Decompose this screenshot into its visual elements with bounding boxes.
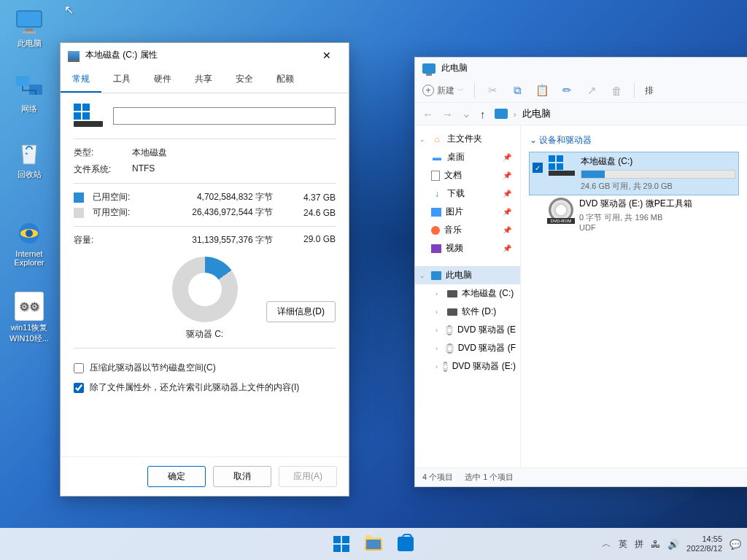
- network-icon: [15, 73, 44, 102]
- tree-music[interactable]: 音乐📌: [415, 221, 520, 239]
- network-tray-icon[interactable]: 🖧: [651, 539, 660, 550]
- pc-icon: [422, 63, 436, 74]
- monitor-icon: [15, 7, 44, 36]
- svg-rect-3: [16, 76, 29, 86]
- drive-name-input[interactable]: [113, 107, 336, 125]
- desktop-icon-label: 回收站: [7, 169, 51, 180]
- tree-pictures[interactable]: 图片📌: [415, 203, 520, 221]
- up-button[interactable]: ↑: [480, 108, 486, 120]
- drive-item-dvd[interactable]: DVD 驱动器 (E:) 微PE工具箱 0 字节 可用, 共 196 MB UD…: [530, 195, 738, 235]
- tree-dvd-e2[interactable]: ›DVD 驱动器 (E:): [415, 357, 520, 376]
- tree-desktop[interactable]: ▬桌面📌: [415, 148, 520, 166]
- explorer-titlebar[interactable]: 此电脑: [415, 58, 747, 79]
- desktop-icon-ie[interactable]: Internet Explorer: [7, 219, 51, 267]
- desktop-icon-label: win11恢复: [7, 322, 51, 333]
- tree-videos[interactable]: 视频📌: [415, 239, 520, 257]
- drive-c-icon: [549, 155, 575, 177]
- back-button[interactable]: ←: [422, 108, 433, 120]
- svg-rect-1: [26, 28, 33, 31]
- start-button[interactable]: [328, 531, 355, 557]
- drive-c-label: 驱动器 C:: [74, 328, 336, 341]
- tree-d-drive[interactable]: ›软件 (D:): [415, 303, 520, 321]
- paste-icon[interactable]: 📋: [535, 83, 549, 98]
- compress-option[interactable]: 压缩此驱动器以节约磁盘空间(C): [74, 362, 336, 374]
- notifications-icon[interactable]: 💬: [729, 539, 741, 550]
- tab-quota[interactable]: 配额: [265, 67, 306, 93]
- type-value: 本地磁盘: [132, 147, 336, 159]
- button-row: 确定 取消 应用(A): [61, 456, 349, 496]
- separator: [634, 83, 635, 98]
- breadcrumb[interactable]: › 此电脑: [495, 107, 551, 120]
- ime-indicator[interactable]: 英: [619, 538, 627, 551]
- tree-c-drive[interactable]: ›本地磁盘 (C:): [415, 284, 520, 303]
- tab-hardware[interactable]: 硬件: [142, 67, 183, 93]
- tree-dvd-e[interactable]: ›DVD 驱动器 (E: [415, 321, 520, 339]
- divider: [74, 139, 336, 139]
- taskbar-store[interactable]: [392, 531, 419, 557]
- toolbar: + 新建 ﹀ ✂ ⧉ 📋 ✏ ↗ 🗑 排: [415, 79, 747, 103]
- nav-tree: ⌄⌂主文件夹 ▬桌面📌 文档📌 ↓下载📌 图片📌 音乐📌 视频📌 ⌄此电脑 ›本…: [415, 125, 521, 467]
- index-option[interactable]: 除了文件属性外，还允许索引此驱动器上文件的内容(I): [74, 381, 336, 394]
- desktop-icon-recycle[interactable]: 回收站: [7, 139, 51, 180]
- desktop-icon-file[interactable]: ⚙⚙ win11恢复 WIN10经...: [7, 292, 51, 344]
- drive-name: 本地磁盘 (C:): [581, 155, 735, 168]
- titlebar[interactable]: 本地磁盘 (C:) 属性 ✕: [61, 43, 349, 67]
- fs-label: 文件系统:: [74, 163, 125, 176]
- tree-thispc[interactable]: ⌄此电脑: [415, 266, 520, 284]
- drive-meta: 24.6 GB 可用, 共 29.0 GB: [581, 181, 735, 192]
- drive-meta: UDF: [579, 223, 735, 232]
- tree-dvd-f[interactable]: ›DVD 驱动器 (F: [415, 339, 520, 357]
- separator: [474, 83, 475, 98]
- apply-button[interactable]: 应用(A): [279, 466, 337, 487]
- pin-icon: 📌: [503, 226, 516, 234]
- usage-donut: [172, 257, 238, 322]
- pin-icon: 📌: [503, 190, 516, 198]
- explorer-title: 此电脑: [441, 62, 468, 74]
- folder-icon: [365, 537, 382, 551]
- pin-icon: 📌: [503, 244, 516, 252]
- ok-button[interactable]: 确定: [147, 466, 206, 487]
- section-devices[interactable]: ⌄ 设备和驱动器: [530, 131, 738, 152]
- pc-icon: [495, 109, 508, 119]
- svg-point-6: [26, 230, 33, 237]
- tree-home[interactable]: ⌄⌂主文件夹: [415, 130, 520, 148]
- free-swatch: [74, 208, 84, 218]
- rename-icon[interactable]: ✏: [560, 83, 574, 98]
- tree-documents[interactable]: 文档📌: [415, 166, 520, 184]
- close-button[interactable]: ✕: [312, 50, 341, 61]
- copy-icon[interactable]: ⧉: [510, 83, 525, 98]
- recent-button[interactable]: ⌄: [462, 107, 471, 120]
- forward-button[interactable]: →: [442, 108, 453, 120]
- tab-sharing[interactable]: 共享: [183, 67, 224, 93]
- taskbar-explorer[interactable]: [360, 531, 387, 557]
- delete-icon[interactable]: 🗑: [609, 83, 624, 98]
- sort-button[interactable]: 排: [645, 85, 654, 97]
- properties-dialog: 本地磁盘 (C:) 属性 ✕ 常规 工具 硬件 共享 安全 配额 类型: 本地磁…: [60, 42, 349, 497]
- share-icon[interactable]: ↗: [584, 83, 599, 98]
- tab-general[interactable]: 常规: [61, 67, 101, 93]
- cut-icon[interactable]: ✂: [485, 83, 500, 98]
- pin-icon: 📌: [503, 153, 516, 161]
- dvd-icon: [549, 198, 573, 222]
- time: 14:55: [686, 534, 722, 544]
- tree-downloads[interactable]: ↓下载📌: [415, 184, 520, 203]
- tab-tools[interactable]: 工具: [101, 67, 142, 93]
- tab-security[interactable]: 安全: [224, 67, 265, 93]
- cancel-button[interactable]: 取消: [213, 466, 271, 487]
- compress-checkbox[interactable]: [74, 363, 84, 373]
- index-checkbox[interactable]: [74, 383, 84, 393]
- ime-mode[interactable]: 拼: [635, 538, 643, 551]
- volume-tray-icon[interactable]: 🔊: [667, 539, 679, 550]
- drive-item-c[interactable]: ✓ 本地磁盘 (C:) 24.6 GB 可用, 共 29.0 GB: [530, 152, 738, 195]
- tray-chevron-icon[interactable]: ︿: [602, 537, 611, 551]
- details-button[interactable]: 详细信息(D): [266, 301, 336, 322]
- clock[interactable]: 14:55 2022/8/12: [686, 534, 722, 553]
- usage-bar: [581, 170, 735, 179]
- new-button[interactable]: + 新建 ﹀: [422, 85, 464, 97]
- item-count: 4 个项目: [422, 472, 453, 483]
- system-tray: ︿ 英 拼 🖧 🔊 14:55 2022/8/12 💬: [602, 534, 741, 553]
- desktop-icon-network[interactable]: 网络: [7, 73, 51, 114]
- window-title: 本地磁盘 (C:) 属性: [85, 49, 158, 61]
- desktop-icon-thispc[interactable]: 此电脑: [7, 7, 51, 49]
- used-swatch: [74, 192, 84, 203]
